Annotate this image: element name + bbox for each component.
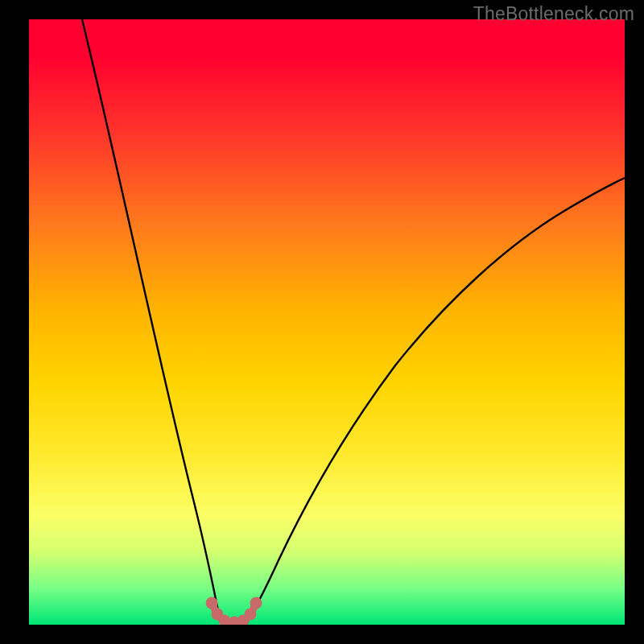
marker-dot <box>245 609 257 621</box>
curve-layer <box>29 19 625 625</box>
marker-dot <box>206 597 218 609</box>
right-branch-line <box>245 178 625 623</box>
marker-dot <box>250 597 262 609</box>
watermark-text: TheBottleneck.com <box>473 3 634 25</box>
chart-frame: TheBottleneck.com <box>0 0 644 644</box>
left-branch-line <box>82 19 225 623</box>
